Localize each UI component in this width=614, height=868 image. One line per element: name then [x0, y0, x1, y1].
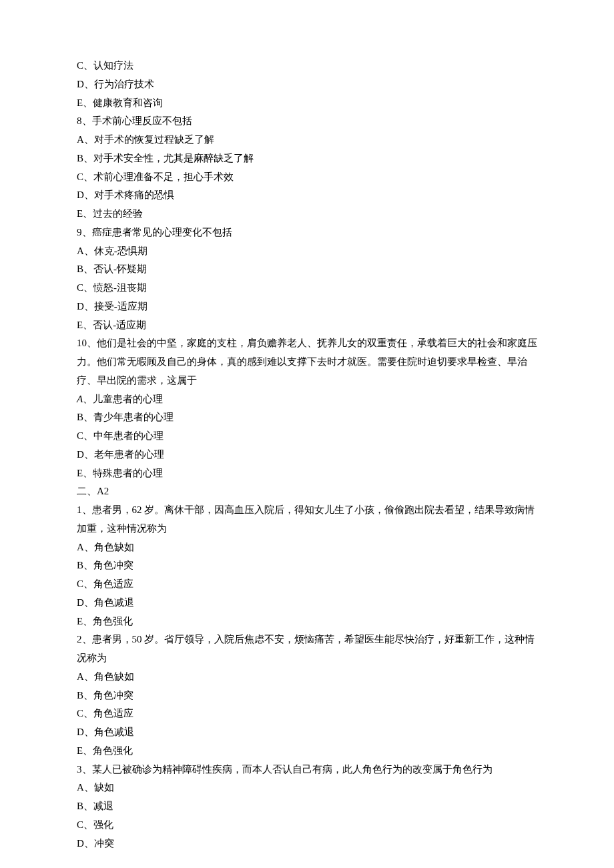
- a2-question-2: 2、患者男，50 岁。省厅领导，入院后焦虑不安，烦恼痛苦，希望医生能尽快治疗，好…: [77, 630, 537, 760]
- option-text: 行为治疗技术: [94, 79, 154, 89]
- option-label: A、: [77, 542, 94, 552]
- option-label: C、: [77, 430, 93, 441]
- option-text: 角色冲突: [93, 560, 133, 570]
- question-9: 9、癌症患者常见的心理变化不包括 A、休克-恐惧期 B、否认-怀疑期 C、愤怒-…: [77, 224, 537, 335]
- question-stem: 2、患者男，50 岁。省厅领导，入院后焦虑不安，烦恼痛苦，希望医生能尽快治疗，好…: [77, 630, 537, 668]
- option-c: C、角色适应: [77, 705, 537, 723]
- option-label: D、: [77, 838, 94, 849]
- question-number: 9、: [77, 227, 92, 238]
- option-label: D、: [77, 189, 94, 200]
- option-label: D、: [77, 727, 94, 737]
- option-d: D、冲突: [77, 835, 537, 853]
- option-d: D、行为治疗技术: [77, 75, 537, 94]
- option-text: 否认-怀疑期: [93, 264, 147, 274]
- option-text: 角色强化: [93, 745, 133, 756]
- option-e: E、健康教育和咨询: [77, 94, 537, 113]
- option-text: 愤怒-沮丧期: [93, 282, 147, 293]
- option-c: C、中年患者的心理: [77, 427, 537, 446]
- option-label: B、: [77, 264, 93, 274]
- option-b: B、减退: [77, 797, 537, 816]
- question-text: 癌症患者常见的心理变化不包括: [92, 227, 232, 238]
- option-label: A、: [77, 246, 94, 256]
- option-label: C、: [77, 708, 93, 719]
- option-label: C、: [77, 171, 93, 182]
- option-text: 特殊患者的心理: [93, 468, 163, 478]
- option-c: C、强化: [77, 816, 537, 835]
- option-d: D、老年患者的心理: [77, 446, 537, 464]
- question-text: 患者男，50 岁。省厅领导，入院后焦虑不安，烦恼痛苦，希望医生能尽快治疗，好重新…: [77, 634, 535, 663]
- option-text: 冲突: [94, 838, 114, 849]
- option-text: 角色减退: [94, 597, 134, 608]
- option-label: A、: [77, 134, 94, 145]
- question-stem: 10、他们是社会的中坚，家庭的支柱，肩负赡养老人、抚养儿女的双重责任，承载着巨大…: [77, 334, 537, 390]
- question-stem: 8、手术前心理反应不包括: [77, 112, 537, 131]
- option-text: 缺如: [94, 782, 114, 793]
- option-text: 休克-恐惧期: [94, 246, 147, 256]
- question-10: 10、他们是社会的中坚，家庭的支柱，肩负赡养老人、抚养儿女的双重责任，承载着巨大…: [77, 334, 537, 482]
- question-number: 2、: [77, 634, 92, 644]
- option-text: 儿童患者的心理: [93, 394, 163, 404]
- option-label: E、: [77, 97, 93, 108]
- option-label: E、: [77, 320, 93, 330]
- a2-question-3: 3、某人已被确诊为精神障碍性疾病，而本人否认自己有病，此人角色行为的改变属于角色…: [77, 761, 537, 853]
- option-a: A、角色缺如: [77, 538, 537, 557]
- option-label: B、: [77, 801, 93, 811]
- option-text: 对手术疼痛的恐惧: [94, 189, 174, 200]
- a2-question-1: 1、患者男，62 岁。离休干部，因高血压入院后，得知女儿生了小孩，偷偷跑出院去看…: [77, 501, 537, 630]
- option-c: C、角色适应: [77, 575, 537, 594]
- option-label-rest: 、: [83, 394, 93, 404]
- option-text: 否认-适应期: [93, 320, 146, 330]
- option-text: 健康教育和咨询: [93, 97, 163, 108]
- option-b: B、角色冲突: [77, 556, 537, 575]
- question-8: 8、手术前心理反应不包括 A、对手术的恢复过程缺乏了解 B、对手术安全性，尤其是…: [77, 112, 537, 224]
- option-label-italic: A: [77, 394, 83, 404]
- option-text: 对手术的恢复过程缺乏了解: [94, 134, 214, 145]
- option-label: D、: [77, 449, 94, 460]
- option-text: 老年患者的心理: [94, 449, 164, 460]
- option-a: A、角色缺如: [77, 668, 537, 687]
- document-page: C、认知疗法 D、行为治疗技术 E、健康教育和咨询 8、手术前心理反应不包括 A…: [0, 0, 614, 868]
- option-b: B、否认-怀疑期: [77, 260, 537, 279]
- option-label: B、: [77, 412, 93, 422]
- question-text: 手术前心理反应不包括: [92, 115, 192, 126]
- option-label: A、: [77, 782, 94, 793]
- question-number: 3、: [77, 764, 92, 775]
- option-label: C、: [77, 282, 93, 293]
- question-text: 患者男，62 岁。离休干部，因高血压入院后，得知女儿生了小孩，偷偷跑出院去看望，…: [77, 504, 535, 534]
- option-label: E、: [77, 745, 93, 756]
- question-number: 10、: [77, 338, 97, 348]
- option-label: B、: [77, 153, 93, 163]
- option-label: D、: [77, 597, 94, 608]
- option-label: C、: [77, 578, 93, 589]
- option-e: E、过去的经验: [77, 205, 537, 224]
- option-text: 青少年患者的心理: [93, 412, 174, 422]
- question-text: 他们是社会的中坚，家庭的支柱，肩负赡养老人、抚养儿女的双重责任，承载着巨大的社会…: [77, 338, 537, 386]
- option-a: A、缺如: [77, 779, 537, 797]
- option-e: E、角色强化: [77, 612, 537, 631]
- question-text: 某人已被确诊为精神障碍性疾病，而本人否认自己有病，此人角色行为的改变属于角色行为: [92, 764, 493, 775]
- question-stem: 9、癌症患者常见的心理变化不包括: [77, 224, 537, 242]
- option-text: 对手术安全性，尤其是麻醉缺乏了解: [93, 153, 254, 163]
- option-text: 角色冲突: [93, 690, 133, 701]
- option-d: D、角色减退: [77, 723, 537, 742]
- option-c: C、愤怒-沮丧期: [77, 279, 537, 298]
- question-number: 8、: [77, 115, 92, 126]
- option-a: A、儿童患者的心理: [77, 390, 537, 409]
- option-d: D、接受-适应期: [77, 298, 537, 316]
- option-b: B、青少年患者的心理: [77, 408, 537, 427]
- option-label: E、: [77, 616, 93, 626]
- option-a: A、休克-恐惧期: [77, 242, 537, 261]
- question-number: 1、: [77, 504, 92, 515]
- option-text: 减退: [93, 801, 113, 811]
- option-text: 中年患者的心理: [93, 430, 164, 441]
- option-b: B、角色冲突: [77, 687, 537, 705]
- option-text: 角色缺如: [94, 671, 134, 682]
- question-stem: 1、患者男，62 岁。离休干部，因高血压入院后，得知女儿生了小孩，偷偷跑出院去看…: [77, 501, 537, 538]
- option-c: C、术前心理准备不足，担心手术效: [77, 168, 537, 187]
- option-a: A、对手术的恢复过程缺乏了解: [77, 131, 537, 149]
- option-text: 强化: [93, 819, 113, 830]
- option-text: 角色适应: [93, 578, 133, 589]
- option-c: C、认知疗法: [77, 57, 537, 75]
- question-stem: 3、某人已被确诊为精神障碍性疾病，而本人否认自己有病，此人角色行为的改变属于角色…: [77, 761, 537, 779]
- prev-question-options: C、认知疗法 D、行为治疗技术 E、健康教育和咨询: [77, 57, 537, 112]
